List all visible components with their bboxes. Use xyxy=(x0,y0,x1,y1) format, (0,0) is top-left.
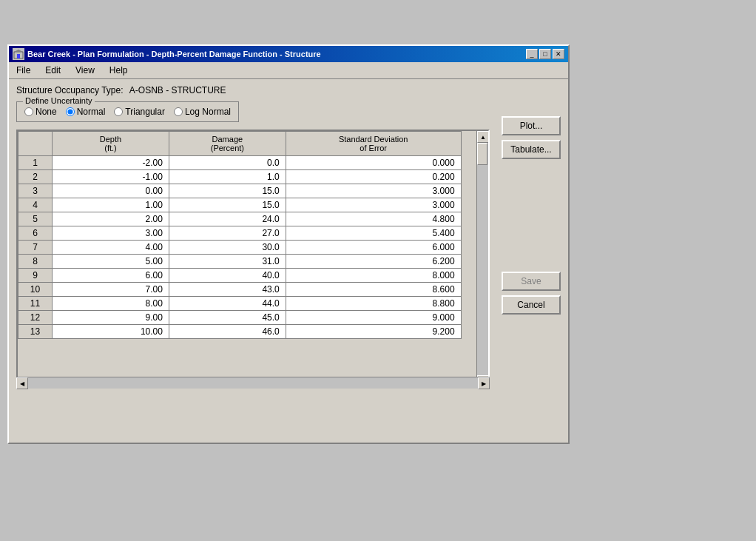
cell-depth[interactable]: 7.00 xyxy=(53,283,169,297)
cell-stdev[interactable]: 6.200 xyxy=(286,255,461,269)
scroll-right-button[interactable]: ▶ xyxy=(478,377,490,389)
svg-rect-2 xyxy=(17,54,20,58)
cancel-button[interactable]: Cancel xyxy=(502,295,561,315)
table-row: 11 8.00 44.0 8.800 xyxy=(18,297,478,311)
cell-damage[interactable]: 24.0 xyxy=(169,212,286,226)
data-table: Depth(ft.) Damage(Percent) Standard Devi… xyxy=(18,131,478,339)
cell-stdev[interactable]: 8.800 xyxy=(286,297,461,311)
maximize-button[interactable]: □ xyxy=(539,49,551,59)
content-area: Structure Occupancy Type: A-OSNB - STRUC… xyxy=(9,79,568,441)
menu-item-file[interactable]: File xyxy=(13,64,34,77)
cell-depth[interactable]: -1.00 xyxy=(53,170,169,184)
svg-marker-1 xyxy=(14,50,23,52)
cell-stdev[interactable]: 0.200 xyxy=(286,170,461,184)
cell-stdev[interactable]: 4.800 xyxy=(286,212,461,226)
col-header-stdev: Standard Deviationof Error xyxy=(286,132,461,156)
radio-triangular-label: Triangular xyxy=(125,107,165,117)
cell-stdev[interactable]: 8.600 xyxy=(286,283,461,297)
cell-damage[interactable]: 1.0 xyxy=(169,170,286,184)
scroll-thumb-v[interactable] xyxy=(477,143,487,165)
main-window: Bear Creek - Plan Formulation - Depth-Pe… xyxy=(7,44,570,444)
cell-damage[interactable]: 40.0 xyxy=(169,269,286,283)
cell-damage[interactable]: 44.0 xyxy=(169,297,286,311)
radio-lognormal-input[interactable] xyxy=(174,107,183,116)
occupancy-value: A-OSNB - STRUCTURE xyxy=(129,85,226,95)
menu-item-view[interactable]: View xyxy=(72,64,98,77)
cell-damage[interactable]: 27.0 xyxy=(169,226,286,241)
cell-stdev[interactable]: 5.400 xyxy=(286,226,461,241)
cell-depth[interactable]: 6.00 xyxy=(53,269,169,283)
cell-rownum: 6 xyxy=(18,226,53,241)
horizontal-scrollbar[interactable]: ◀ ▶ xyxy=(16,377,490,389)
plot-button[interactable]: Plot... xyxy=(502,116,561,135)
table-row: 12 9.00 45.0 9.000 xyxy=(18,311,478,325)
table-row: 9 6.00 40.0 8.000 xyxy=(18,269,478,283)
radio-lognormal[interactable]: Log Normal xyxy=(174,107,231,117)
tabulate-button[interactable]: Tabulate... xyxy=(502,140,561,159)
minimize-button[interactable]: _ xyxy=(526,49,538,59)
col-header-spacer xyxy=(461,132,477,156)
cell-depth[interactable]: 4.00 xyxy=(53,241,169,255)
title-bar: Bear Creek - Plan Formulation - Depth-Pe… xyxy=(9,46,568,62)
menu-item-edit[interactable]: Edit xyxy=(41,64,64,77)
cell-stdev[interactable]: 9.000 xyxy=(286,311,461,325)
cell-depth[interactable]: 0.00 xyxy=(53,184,169,198)
cell-damage[interactable]: 30.0 xyxy=(169,241,286,255)
radio-none-input[interactable] xyxy=(24,107,33,116)
scroll-track-h[interactable] xyxy=(28,377,478,389)
table-row: 2 -1.00 1.0 0.200 xyxy=(18,170,478,184)
cell-depth[interactable]: 3.00 xyxy=(53,226,169,241)
cell-stdev[interactable]: 3.000 xyxy=(286,198,461,212)
cell-damage[interactable]: 45.0 xyxy=(169,311,286,325)
cell-rownum: 11 xyxy=(18,297,53,311)
table-row: 3 0.00 15.0 3.000 xyxy=(18,184,478,198)
cell-stdev[interactable]: 6.000 xyxy=(286,241,461,255)
cell-damage[interactable]: 31.0 xyxy=(169,255,286,269)
data-table-container: Depth(ft.) Damage(Percent) Standard Devi… xyxy=(16,130,490,389)
cell-rownum: 12 xyxy=(18,311,53,325)
cell-depth[interactable]: 9.00 xyxy=(53,311,169,325)
cell-rownum: 9 xyxy=(18,269,53,283)
cell-rownum: 13 xyxy=(18,325,53,339)
app-icon xyxy=(13,48,24,60)
radio-normal[interactable]: Normal xyxy=(66,107,106,117)
table-scroll-area[interactable]: Depth(ft.) Damage(Percent) Standard Devi… xyxy=(18,131,478,339)
cell-depth[interactable]: -2.00 xyxy=(53,156,169,170)
cell-damage[interactable]: 46.0 xyxy=(169,325,286,339)
col-header-rownum xyxy=(18,132,53,156)
menu-bar: FileEditViewHelp xyxy=(9,62,568,79)
scroll-track-v[interactable] xyxy=(477,143,488,375)
scroll-up-button[interactable]: ▲ xyxy=(477,131,489,143)
cell-depth[interactable]: 2.00 xyxy=(53,212,169,226)
table-row: 6 3.00 27.0 5.400 xyxy=(18,226,478,241)
scroll-left-button[interactable]: ◀ xyxy=(16,377,28,389)
table-row: 5 2.00 24.0 4.800 xyxy=(18,212,478,226)
cell-depth[interactable]: 1.00 xyxy=(53,198,169,212)
cell-depth[interactable]: 10.00 xyxy=(53,325,169,339)
uncertainty-radio-group: None Normal Triangular Log Normal xyxy=(24,107,231,117)
cell-depth[interactable]: 8.00 xyxy=(53,297,169,311)
cell-stdev[interactable]: 0.000 xyxy=(286,156,461,170)
occupancy-label: Structure Occupancy Type: xyxy=(16,85,124,95)
radio-normal-label: Normal xyxy=(77,107,106,117)
cell-damage[interactable]: 43.0 xyxy=(169,283,286,297)
cell-damage[interactable]: 0.0 xyxy=(169,156,286,170)
radio-none[interactable]: None xyxy=(24,107,57,117)
close-button[interactable]: ✕ xyxy=(553,49,564,59)
cell-depth[interactable]: 5.00 xyxy=(53,255,169,269)
cell-damage[interactable]: 15.0 xyxy=(169,198,286,212)
radio-normal-input[interactable] xyxy=(66,107,75,116)
save-button[interactable]: Save xyxy=(502,272,561,291)
vertical-scrollbar[interactable]: ▲ ▼ xyxy=(476,131,488,387)
cell-rownum: 3 xyxy=(18,184,53,198)
cell-stdev[interactable]: 9.200 xyxy=(286,325,461,339)
side-buttons: Plot... Tabulate... Save Cancel xyxy=(502,116,561,315)
radio-triangular-input[interactable] xyxy=(114,107,123,116)
radio-triangular[interactable]: Triangular xyxy=(114,107,165,117)
cell-stdev[interactable]: 8.000 xyxy=(286,269,461,283)
cell-stdev[interactable]: 3.000 xyxy=(286,184,461,198)
cell-damage[interactable]: 15.0 xyxy=(169,184,286,198)
table-row: 8 5.00 31.0 6.200 xyxy=(18,255,478,269)
menu-item-help[interactable]: Help xyxy=(106,64,132,77)
cell-rownum: 7 xyxy=(18,241,53,255)
